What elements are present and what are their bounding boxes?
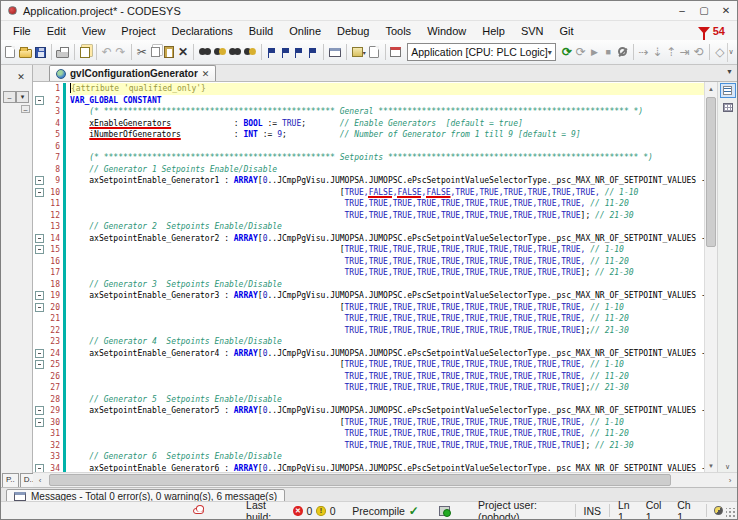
scroll-left-arrow[interactable]: ‹ [33,473,47,487]
undo-button[interactable]: ↶ [100,43,113,62]
toolbar-separator [96,44,97,60]
find-button[interactable] [198,43,212,62]
start-button[interactable]: ▶ [588,43,601,62]
find-in-project-button[interactable] [228,43,242,62]
active-application-combo[interactable]: Application [CPU: PLC Logic] ▾ [407,43,556,61]
scroll-down-arrow[interactable]: ▼ [705,459,717,472]
change-bar [63,267,66,279]
fold-marker[interactable] [33,302,46,314]
menu-edit[interactable]: Edit [39,23,74,39]
replace-in-project-button[interactable] [243,43,257,62]
fold-marker[interactable] [33,187,46,199]
menu-help[interactable]: Help [474,23,513,39]
menu-git[interactable]: Git [552,23,582,39]
tab-close-icon[interactable]: ✕ [202,69,210,79]
toggle-bookmark-button[interactable] [266,43,279,62]
fold-gutter [33,198,46,210]
close-button[interactable]: ✕ [715,2,737,20]
new-project-button[interactable] [4,43,17,62]
horizontal-scroll-thumb[interactable] [49,474,671,486]
scroll-up-arrow[interactable]: ▲ [705,82,717,95]
delete-button[interactable]: ✕ [177,43,190,62]
fold-marker[interactable] [33,463,46,473]
tabular-view-button[interactable] [720,100,736,115]
textual-view-button[interactable] [720,83,736,98]
fold-marker[interactable] [33,405,46,417]
vertical-scroll-thumb[interactable] [706,97,716,247]
code-text: // Generator 2 Setpoints Enable/Disable [70,221,704,233]
tab-list-dropdown[interactable]: ▼ [726,68,733,75]
flow-control-button[interactable]: ◇ [713,43,726,62]
clear-bookmarks-button[interactable] [307,43,320,62]
toolbar-overflow-button[interactable]: ∨ [727,43,734,62]
batch-button[interactable] [389,43,402,62]
fold-marker[interactable] [33,175,46,187]
redo-button[interactable]: ↷ [114,43,127,62]
dock-dash-button[interactable]: – [3,91,16,103]
menu-debug[interactable]: Debug [329,23,377,39]
scroll-right-arrow[interactable]: › [723,473,737,487]
code-line: 19 axSetpointEnable_Generator3 : ARRAY[0… [33,290,704,302]
menu-svn[interactable]: SVN [513,23,552,39]
clean-button[interactable] [368,43,381,62]
breakpoint-settings-button[interactable] [616,43,629,62]
notification-area[interactable]: 54 [698,25,733,37]
minimize-button[interactable]: – [671,2,693,20]
resize-grip[interactable] [726,508,736,518]
fold-marker[interactable] [33,233,46,245]
vertical-scroll-track[interactable] [705,95,717,459]
insert-mode[interactable]: INS [583,505,601,517]
login-button[interactable]: ⟳ [561,43,574,62]
maximize-button[interactable]: ▢ [693,2,715,20]
zoom-dropdown-button[interactable]: ∨ [725,463,730,471]
horizontal-scroll-track[interactable] [47,473,723,487]
code-text: TRUE,TRUE,TRUE,TRUE,TRUE,TRUE,TRUE,TRUE,… [70,440,704,452]
menu-build[interactable]: Build [241,23,281,39]
paste-button[interactable] [163,43,176,62]
fold-marker[interactable] [33,348,46,360]
menu-declarations[interactable]: Declarations [164,23,241,39]
dock-collapse-button[interactable]: – [21,105,30,113]
stop-button[interactable]: ■ [602,43,615,62]
menu-file[interactable]: File [5,23,39,39]
step-over-button[interactable]: ⇢ [637,43,650,62]
fold-marker[interactable] [33,359,46,371]
vertical-scrollbar[interactable]: ▲ ▼ [704,82,717,472]
next-bookmark-button[interactable] [279,43,292,62]
menu-window[interactable]: Window [419,23,474,39]
menu-online[interactable]: Online [281,23,329,39]
fold-marker[interactable] [33,290,46,302]
menu-tools[interactable]: Tools [377,23,419,39]
dock-pin-button[interactable]: ▾ [16,91,29,103]
code-editor[interactable]: 1{attribute 'qualified_only'}2VAR_GLOBAL… [33,82,704,472]
text-lines-icon [723,86,732,95]
horizontal-scrollbar[interactable]: ‹ › [33,472,737,487]
build-button[interactable]: ▾ [351,43,367,62]
cut-button[interactable]: ✂ [136,43,149,62]
fold-marker[interactable] [33,244,46,256]
dock-close-button[interactable]: ✕ [14,70,28,83]
step-out-button[interactable]: ⇡ [665,43,678,62]
dock-tab-pous[interactable]: P.. [2,473,19,487]
fold-marker[interactable] [33,417,46,429]
replace-button[interactable] [213,43,227,62]
menu-project[interactable]: Project [113,23,163,39]
project-settings-button[interactable] [79,43,92,62]
print-button[interactable] [55,43,70,62]
copy-button[interactable] [149,43,162,62]
messages-view-button[interactable] [328,43,342,62]
code-text: [TRUE,TRUE,TRUE,TRUE,TRUE,TRUE,TRUE,TRUE… [70,417,704,429]
save-button[interactable] [34,43,47,62]
run-to-cursor-button[interactable]: ⇥ [678,43,691,62]
open-project-button[interactable] [18,43,33,62]
code-text [70,141,704,153]
previous-bookmark-button[interactable] [293,43,306,62]
user-balloon-icon[interactable] [714,506,723,515]
logout-button[interactable]: ⟳ [575,43,588,62]
step-into-button[interactable]: ⇣ [651,43,664,62]
tab-gvlconfigurationgenerator[interactable]: gvlConfigurationGenerator ✕ [49,65,216,81]
line-number: 32 [46,440,63,452]
menu-view[interactable]: View [74,23,114,39]
fold-marker[interactable] [33,95,46,107]
reset-button[interactable]: ⟲ [692,43,705,62]
